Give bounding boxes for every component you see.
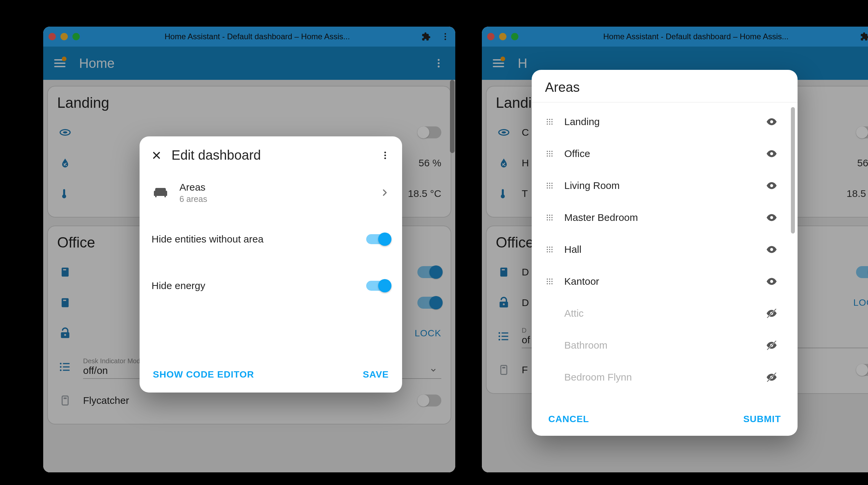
- visibility-toggle-icon[interactable]: [766, 180, 778, 192]
- modal-header: Edit dashboard: [140, 136, 402, 166]
- area-item[interactable]: Master Bedroom: [545, 202, 791, 233]
- area-name: Bathroom: [564, 340, 756, 351]
- areas-list: LandingOfficeLiving RoomMaster BedroomHa…: [532, 103, 798, 406]
- area-item[interactable]: Office: [545, 138, 791, 170]
- area-name: Hall: [564, 244, 756, 255]
- visibility-toggle-icon[interactable]: [766, 371, 778, 383]
- visibility-toggle-icon[interactable]: [766, 116, 778, 128]
- area-item[interactable]: Living Room: [545, 170, 791, 202]
- drag-handle-icon[interactable]: [545, 213, 554, 222]
- area-name: Office: [564, 148, 756, 159]
- submit-button[interactable]: SUBMIT: [743, 414, 781, 424]
- window-edit-dashboard: Home Assistant - Default dashboard – Hom…: [43, 27, 455, 473]
- area-name: Kantoor: [564, 276, 756, 287]
- area-item[interactable]: Kantoor: [545, 265, 791, 297]
- modal-more-button[interactable]: [380, 150, 390, 160]
- areas-row[interactable]: Areas 6 areas: [152, 173, 390, 212]
- sofa-icon: [152, 184, 169, 201]
- hide-entities-toggle[interactable]: [366, 234, 390, 244]
- modal-title: Areas: [545, 80, 784, 95]
- window-areas-list: Home Assistant - Default dashboard – Hom…: [482, 27, 868, 473]
- visibility-toggle-icon[interactable]: [766, 276, 778, 287]
- visibility-toggle-icon[interactable]: [766, 211, 778, 224]
- hide-entities-row: Hide entities without area: [152, 223, 390, 256]
- scrollbar[interactable]: [791, 107, 795, 233]
- show-code-editor-button[interactable]: SHOW CODE EDITOR: [153, 369, 254, 380]
- area-name: Bedroom Flynn: [564, 372, 756, 383]
- modal-title: Edit dashboard: [172, 148, 371, 163]
- area-item[interactable]: Bathroom: [545, 329, 791, 361]
- visibility-toggle-icon[interactable]: [766, 148, 778, 160]
- area-name: Landing: [564, 116, 756, 127]
- area-name: Living Room: [564, 180, 756, 191]
- areas-sublabel: 6 areas: [180, 194, 370, 204]
- drag-handle-icon[interactable]: [545, 277, 554, 286]
- modal-footer: SHOW CODE EDITOR SAVE: [140, 366, 402, 393]
- area-item[interactable]: Landing: [545, 106, 791, 138]
- areas-label: Areas: [180, 182, 370, 193]
- area-item[interactable]: Attic: [545, 297, 791, 329]
- save-button[interactable]: SAVE: [363, 369, 389, 380]
- hide-energy-row: Hide energy: [152, 269, 390, 303]
- area-name: Master Bedroom: [564, 212, 756, 223]
- close-button[interactable]: [151, 150, 162, 161]
- drag-handle-icon[interactable]: [545, 181, 554, 190]
- edit-dashboard-modal: Edit dashboard Areas 6 areas Hide entiti…: [140, 136, 402, 393]
- chevron-right-icon: [379, 187, 390, 198]
- area-item[interactable]: Bedroom Flynn: [545, 361, 791, 393]
- visibility-toggle-icon[interactable]: [766, 339, 778, 351]
- drag-handle-icon[interactable]: [545, 117, 554, 126]
- visibility-toggle-icon[interactable]: [766, 307, 778, 319]
- drag-handle-icon[interactable]: [545, 149, 554, 158]
- area-item[interactable]: Hall: [545, 233, 791, 265]
- modal-footer: CANCEL SUBMIT: [532, 406, 798, 436]
- cancel-button[interactable]: CANCEL: [548, 414, 589, 424]
- modal-header: Areas: [532, 70, 798, 103]
- area-name: Attic: [564, 308, 756, 319]
- areas-modal: Areas LandingOfficeLiving RoomMaster Bed…: [532, 70, 798, 436]
- hide-energy-label: Hide energy: [152, 280, 366, 291]
- hide-energy-toggle[interactable]: [366, 281, 390, 291]
- hide-entities-label: Hide entities without area: [152, 233, 366, 245]
- drag-handle-icon[interactable]: [545, 245, 554, 254]
- visibility-toggle-icon[interactable]: [766, 244, 778, 255]
